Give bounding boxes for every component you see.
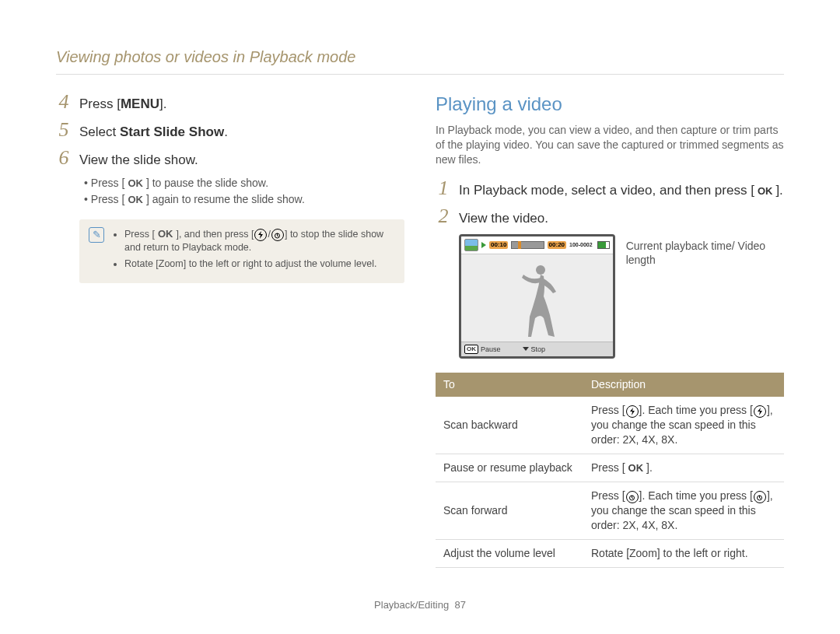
total-time: 00:20	[548, 241, 566, 250]
action-desc: Press [OK].	[583, 454, 784, 482]
current-time: 00:10	[489, 241, 508, 250]
timer-icon	[271, 229, 284, 241]
th-desc: Description	[583, 373, 784, 397]
video-frame-illustration	[509, 262, 564, 340]
left-column: 4 Press [MENU]. 5 Select Start Slide Sho…	[56, 92, 404, 568]
step-r1: 1 In Playback mode, select a video, and …	[436, 178, 784, 200]
action-name: Scan forward	[436, 482, 583, 539]
pause-label: Pause	[481, 345, 501, 354]
timer-icon	[626, 491, 639, 503]
step-number: 5	[56, 120, 72, 140]
page-footer: Playback/Editing 87	[0, 598, 840, 612]
screen-caption: Current playback time/ Video length	[626, 239, 784, 267]
step-number: 4	[56, 92, 72, 112]
camera-screen-preview: 00:10 00:20 100-0002	[459, 234, 615, 359]
flash-icon	[254, 229, 267, 241]
step-6: 6 View the slide show.	[56, 148, 404, 170]
flash-icon	[626, 405, 639, 418]
flash-icon	[754, 405, 766, 418]
svg-point-1	[536, 265, 545, 275]
ok-key-icon: OK	[125, 177, 145, 191]
progress-bar	[511, 241, 544, 249]
section-intro: In Playback mode, you can view a video, …	[436, 123, 784, 167]
step-text: View the slide show.	[79, 150, 198, 170]
section-heading: Playing a video	[436, 92, 784, 117]
note-box: ✎ Press [OK], and then press [/] to stop…	[79, 219, 404, 283]
action-desc: Press []. Each time you press [], you ch…	[583, 397, 784, 454]
table-row: Scan backward Press []. Each time you pr…	[436, 397, 784, 454]
step-number: 1	[436, 178, 451, 198]
table-row: Scan forward Press []. Each time you pre…	[436, 482, 784, 539]
note-item: Rotate [Zoom] to the left or right to ad…	[124, 257, 394, 271]
step-5: 5 Select Start Slide Show.	[56, 120, 404, 142]
table-row: Pause or resume playback Press [OK].	[436, 454, 784, 482]
ok-key-icon: OK	[626, 461, 646, 475]
breadcrumb: Viewing photos or videos in Playback mod…	[56, 47, 784, 75]
ok-key-icon: OK	[156, 227, 176, 241]
controls-table: To Description Scan backward Press []. E…	[436, 373, 784, 568]
ok-key-icon: OK	[125, 193, 145, 207]
stop-label: Stop	[531, 345, 546, 354]
right-column: Playing a video In Playback mode, you ca…	[436, 92, 784, 568]
step-6-notes: Press [OK] to pause the slide show. Pres…	[84, 176, 404, 207]
thumbnail-icon	[464, 239, 478, 251]
screen-bottom-bar: OKPause Stop	[461, 342, 613, 356]
step-text: Select Start Slide Show.	[79, 122, 228, 142]
step-text: View the video.	[459, 208, 548, 228]
step-number: 2	[436, 206, 451, 226]
step-r2: 2 View the video.	[436, 206, 784, 228]
battery-icon	[597, 241, 610, 249]
th-to: To	[436, 373, 583, 397]
ok-key-icon: OK	[464, 345, 478, 355]
note-item: Press [OK], and then press [/] to stop t…	[124, 227, 394, 254]
table-row: Adjust the volume level Rotate [Zoom] to…	[436, 539, 784, 567]
action-name: Adjust the volume level	[436, 539, 583, 567]
step-number: 6	[56, 148, 72, 168]
step-4: 4 Press [MENU].	[56, 92, 404, 114]
screen-status-bar: 00:10 00:20 100-0002	[461, 236, 613, 254]
action-desc: Press []. Each time you press [], you ch…	[583, 482, 784, 539]
action-name: Scan backward	[436, 397, 583, 454]
timer-icon	[754, 491, 766, 503]
note-icon: ✎	[89, 227, 104, 243]
file-counter: 100-0002	[569, 241, 593, 248]
action-name: Pause or resume playback	[436, 454, 583, 482]
ok-key-icon: OK	[755, 184, 775, 198]
manual-page: Viewing photos or videos in Playback mod…	[0, 0, 840, 634]
step-text: Press [MENU].	[79, 94, 166, 114]
step-text: In Playback mode, select a video, and th…	[459, 180, 783, 200]
action-desc: Rotate [Zoom] to the left or right.	[583, 539, 784, 567]
down-icon	[523, 347, 529, 351]
play-icon	[481, 242, 486, 248]
